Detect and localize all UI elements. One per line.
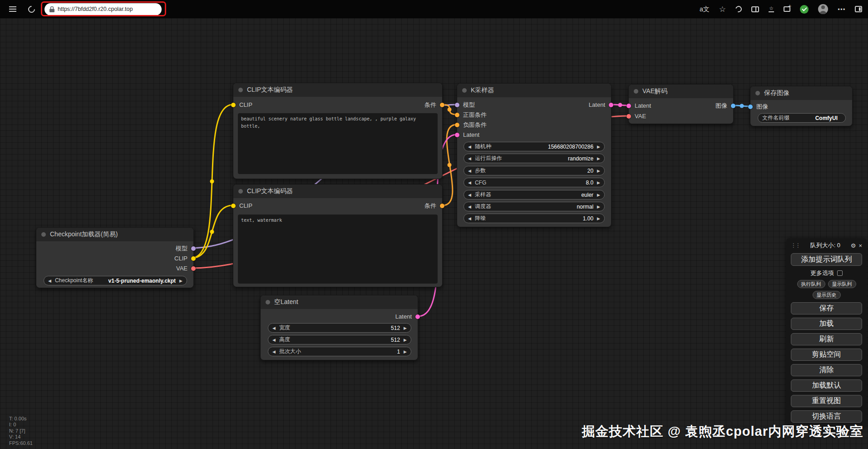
collections-icon[interactable] [784, 6, 790, 12]
collapse-dot-icon[interactable] [41, 232, 46, 237]
arrow-right-icon[interactable]: ▶ [404, 326, 407, 330]
extension-icon[interactable] [800, 5, 809, 14]
translate-icon[interactable]: a文 [700, 6, 710, 12]
queue-front-button[interactable]: 执行队列 [797, 280, 825, 288]
arrow-right-icon[interactable]: ▶ [597, 205, 600, 209]
drag-handle-icon[interactable]: ⋮⋮ [791, 242, 800, 249]
scheduler-widget[interactable]: ◀ 调度器 normal ▶ [464, 202, 605, 211]
port-vae-output[interactable] [191, 266, 196, 271]
node-vae-decode[interactable]: VAE解码 Latent VAE 图像 [628, 84, 734, 124]
profile-avatar[interactable] [818, 4, 828, 14]
queue-prompt-button[interactable]: 添加提示词队列 [791, 253, 862, 266]
port-clip-input[interactable] [231, 103, 236, 107]
settings-gear-icon[interactable]: ⚙ [851, 242, 856, 249]
view-queue-button[interactable]: 显示队列 [828, 280, 856, 288]
port-latent-output[interactable] [609, 103, 613, 107]
clipspace-button[interactable]: 剪贴空间 [791, 349, 862, 361]
arrow-right-icon[interactable]: ▶ [597, 216, 600, 221]
node-empty-latent[interactable]: 空Latent Latent ◀ 宽度 512 ▶ ◀ 高度 512 ▶ ◀ 批… [260, 295, 418, 360]
collapse-dot-icon[interactable] [462, 88, 467, 93]
port-negative-input[interactable] [455, 123, 459, 127]
collapse-dot-icon[interactable] [238, 189, 243, 194]
arrow-left-icon[interactable]: ◀ [272, 338, 276, 342]
port-image-input[interactable] [748, 105, 753, 109]
refresh-icon[interactable] [27, 4, 36, 14]
favorites-bar-icon[interactable]: ☆ [769, 6, 774, 12]
node-title-bar[interactable]: 空Latent [261, 295, 418, 309]
close-icon[interactable]: × [858, 242, 862, 249]
port-conditioning-output[interactable] [440, 204, 444, 208]
reset-view-button[interactable]: 重置视图 [791, 395, 862, 407]
sidebar-toggle-icon[interactable] [855, 6, 862, 12]
port-latent-input[interactable] [455, 133, 459, 137]
arrow-left-icon[interactable]: ◀ [468, 216, 471, 221]
arrow-right-icon[interactable]: ▶ [597, 156, 600, 161]
arrow-left-icon[interactable]: ◀ [468, 193, 471, 197]
arrow-right-icon[interactable]: ▶ [597, 145, 600, 149]
collapse-dot-icon[interactable] [266, 300, 270, 304]
refresh-button[interactable]: 刷新 [791, 333, 862, 345]
menu-icon[interactable] [9, 6, 16, 12]
positive-prompt-textarea[interactable]: beautiful scenery nature glass bottle la… [238, 113, 438, 174]
arrow-right-icon[interactable]: ▶ [597, 180, 600, 185]
arrow-right-icon[interactable]: ▶ [597, 169, 600, 173]
filename-prefix-widget[interactable]: 文件名前缀 ComfyUI [758, 113, 846, 123]
node-save-image[interactable]: 保存图像 图像 文件名前缀 ComfyUI [750, 86, 853, 126]
collapse-dot-icon[interactable] [238, 88, 243, 92]
view-history-button[interactable]: 显示历史 [813, 291, 841, 299]
port-conditioning-output[interactable] [440, 103, 444, 107]
height-widget[interactable]: ◀ 高度 512 ▶ [268, 335, 411, 344]
address-bar[interactable]: https://7bfdd2f0.r20.cpolar.top [44, 3, 162, 15]
clear-button[interactable]: 清除 [791, 364, 862, 376]
arrow-right-icon[interactable]: ▶ [404, 338, 407, 342]
arrow-left-icon[interactable]: ◀ [468, 205, 471, 209]
negative-prompt-textarea[interactable]: text, watermark [238, 215, 438, 284]
arrow-right-icon[interactable]: ▶ [404, 349, 407, 354]
denoise-widget[interactable]: ◀ 降噪 1.00 ▶ [464, 214, 605, 223]
more-options-icon[interactable]: ⋯ [838, 5, 845, 13]
sync-icon[interactable] [734, 5, 743, 13]
extra-options-checkbox[interactable] [837, 270, 843, 276]
cfg-widget[interactable]: ◀ CFG 8.0 ▶ [464, 178, 605, 187]
node-title-bar[interactable]: K采样器 [457, 84, 611, 97]
collapse-dot-icon[interactable] [755, 91, 760, 95]
port-model-output[interactable] [191, 246, 196, 251]
arrow-left-icon[interactable]: ◀ [468, 180, 471, 185]
load-default-button[interactable]: 加载默认 [791, 379, 862, 392]
node-checkpoint-loader[interactable]: Checkpoint加载器(简易) 模型 CLIP VAE ◀ Checkpoi… [36, 227, 194, 288]
node-ksampler[interactable]: K采样器 模型 正面条件 负面条件 Latent Latent ◀ 随机种 15… [457, 83, 612, 227]
arrow-left-icon[interactable]: ◀ [272, 326, 276, 330]
node-title-bar[interactable]: 保存图像 [750, 86, 852, 100]
sampler-widget[interactable]: ◀ 采样器 euler ▶ [464, 190, 605, 200]
node-title-bar[interactable]: VAE解码 [629, 85, 733, 98]
steps-widget[interactable]: ◀ 步数 20 ▶ [464, 166, 605, 175]
arrow-right-icon[interactable]: ▶ [597, 193, 600, 197]
load-button[interactable]: 加载 [791, 318, 862, 330]
arrow-left-icon[interactable]: ◀ [48, 279, 51, 283]
node-clip-encoder-negative[interactable]: CLIP文本编码器 CLIP 条件 text, watermark [233, 184, 443, 287]
port-model-input[interactable] [455, 103, 459, 107]
arrow-left-icon[interactable]: ◀ [468, 156, 471, 161]
port-clip-output[interactable] [191, 256, 196, 261]
node-title-bar[interactable]: CLIP文本编码器 [233, 185, 442, 198]
url-text[interactable]: https://7bfdd2f0.r20.cpolar.top [58, 6, 133, 12]
checkpoint-name-widget[interactable]: ◀ Checkpoint名称 v1-5-pruned-emaonly.ckpt … [44, 276, 187, 285]
width-widget[interactable]: ◀ 宽度 512 ▶ [268, 323, 411, 333]
arrow-left-icon[interactable]: ◀ [468, 169, 471, 173]
favorites-star-icon[interactable]: ☆ [719, 5, 726, 13]
node-title-bar[interactable]: CLIP文本编码器 [233, 83, 442, 97]
node-clip-encoder-positive[interactable]: CLIP文本编码器 CLIP 条件 beautiful scenery natu… [233, 83, 443, 179]
after-generate-widget[interactable]: ◀ 运行后操作 randomize ▶ [464, 154, 605, 163]
arrow-left-icon[interactable]: ◀ [468, 145, 471, 149]
port-positive-input[interactable] [455, 113, 459, 117]
arrow-right-icon[interactable]: ▶ [179, 279, 182, 283]
split-screen-icon[interactable] [751, 6, 759, 12]
batch-size-widget[interactable]: ◀ 批次大小 1 ▶ [268, 347, 411, 356]
save-button[interactable]: 保存 [791, 302, 862, 314]
port-latent-output[interactable] [415, 314, 420, 319]
collapse-dot-icon[interactable] [634, 89, 638, 94]
port-latent-input[interactable] [626, 104, 631, 108]
node-title-bar[interactable]: Checkpoint加载器(简易) [36, 228, 193, 241]
port-vae-input[interactable] [626, 114, 631, 119]
port-image-output[interactable] [731, 104, 735, 108]
